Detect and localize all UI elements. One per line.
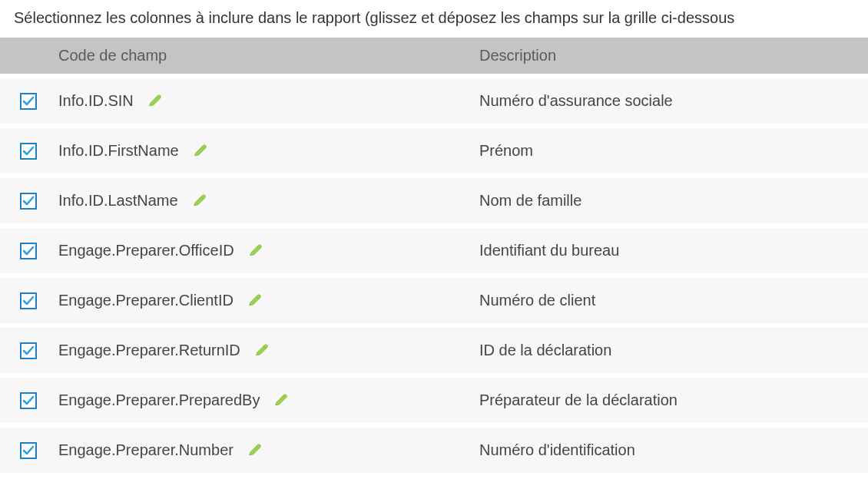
field-code: Engage.Preparer.OfficeID	[58, 242, 234, 259]
report-columns-panel: Sélectionnez les colonnes à inclure dans…	[0, 0, 868, 473]
pencil-icon[interactable]	[247, 293, 263, 309]
field-description: Nom de famille	[479, 192, 581, 210]
row-checkbox[interactable]	[20, 442, 37, 459]
table-header: Code de champ Description	[0, 38, 868, 74]
field-description: Identifiant du bureau	[479, 242, 619, 259]
row-checkbox[interactable]	[20, 193, 37, 210]
code-cell: Engage.Preparer.PreparedBy	[58, 391, 479, 409]
checkbox-cell	[0, 342, 58, 359]
code-cell: Engage.Preparer.OfficeID	[58, 242, 479, 259]
checkbox-cell	[0, 92, 58, 110]
field-description: Numéro de client	[479, 292, 595, 309]
table-row[interactable]: Engage.Preparer.PreparedByPréparateur de…	[0, 378, 868, 423]
pencil-icon[interactable]	[193, 144, 208, 159]
code-cell: Engage.Preparer.ClientID	[58, 292, 479, 309]
pencil-icon[interactable]	[192, 193, 207, 209]
table-row[interactable]: Engage.Preparer.ClientIDNuméro de client	[0, 278, 868, 323]
checkbox-cell	[0, 292, 58, 309]
field-description: ID de la déclaration	[479, 342, 611, 359]
field-code: Engage.Preparer.Number	[58, 441, 234, 459]
pencil-icon[interactable]	[248, 243, 263, 259]
table-row[interactable]: Engage.Preparer.ReturnIDID de la déclara…	[0, 328, 868, 373]
checkbox-cell	[0, 391, 58, 409]
table-body: Info.ID.SINNuméro d'assurance socialeInf…	[0, 78, 868, 473]
description-cell: ID de la déclaration	[479, 342, 868, 359]
code-cell: Info.ID.LastName	[58, 192, 479, 210]
row-checkbox[interactable]	[20, 392, 37, 409]
field-description: Prénom	[479, 142, 533, 160]
description-cell: Prénom	[479, 142, 868, 160]
table-row[interactable]: Info.ID.FirstNamePrénom	[0, 128, 868, 173]
field-code: Engage.Preparer.PreparedBy	[58, 391, 260, 409]
checkbox-cell	[0, 142, 58, 160]
field-code: Engage.Preparer.ReturnID	[58, 342, 240, 359]
description-cell: Numéro d'identification	[479, 441, 868, 459]
pencil-icon[interactable]	[254, 343, 270, 358]
checkbox-cell	[0, 192, 58, 210]
code-cell: Info.ID.FirstName	[58, 142, 479, 160]
table-row[interactable]: Info.ID.SINNuméro d'assurance sociale	[0, 78, 868, 124]
pencil-icon[interactable]	[147, 94, 163, 109]
row-checkbox[interactable]	[20, 243, 37, 259]
header-description: Description	[479, 47, 868, 64]
code-cell: Engage.Preparer.ReturnID	[58, 342, 479, 359]
checkbox-cell	[0, 441, 58, 459]
row-checkbox[interactable]	[20, 292, 37, 309]
field-description: Numéro d'assurance sociale	[479, 92, 673, 110]
description-cell: Identifiant du bureau	[479, 242, 868, 259]
table-row[interactable]: Engage.Preparer.NumberNuméro d'identific…	[0, 428, 868, 473]
code-cell: Info.ID.SIN	[58, 92, 479, 110]
instructions-text: Sélectionnez les colonnes à inclure dans…	[0, 0, 868, 38]
description-cell: Numéro d'assurance sociale	[479, 92, 868, 110]
field-code: Engage.Preparer.ClientID	[58, 292, 234, 309]
row-checkbox[interactable]	[20, 143, 37, 160]
field-code: Info.ID.FirstName	[58, 142, 179, 160]
header-check	[0, 47, 58, 64]
description-cell: Nom de famille	[479, 192, 868, 210]
table-row[interactable]: Info.ID.LastNameNom de famille	[0, 178, 868, 223]
pencil-icon[interactable]	[273, 393, 289, 408]
field-description: Préparateur de la déclaration	[479, 391, 678, 409]
header-code: Code de champ	[58, 47, 479, 64]
field-description: Numéro d'identification	[479, 441, 635, 459]
field-code: Info.ID.SIN	[58, 92, 134, 110]
row-checkbox[interactable]	[20, 342, 37, 359]
checkbox-cell	[0, 242, 58, 259]
description-cell: Numéro de client	[479, 292, 868, 309]
row-checkbox[interactable]	[20, 93, 37, 110]
description-cell: Préparateur de la déclaration	[479, 391, 868, 409]
field-code: Info.ID.LastName	[58, 192, 178, 210]
table-row[interactable]: Engage.Preparer.OfficeIDIdentifiant du b…	[0, 228, 868, 273]
pencil-icon[interactable]	[247, 443, 263, 458]
code-cell: Engage.Preparer.Number	[58, 441, 479, 459]
